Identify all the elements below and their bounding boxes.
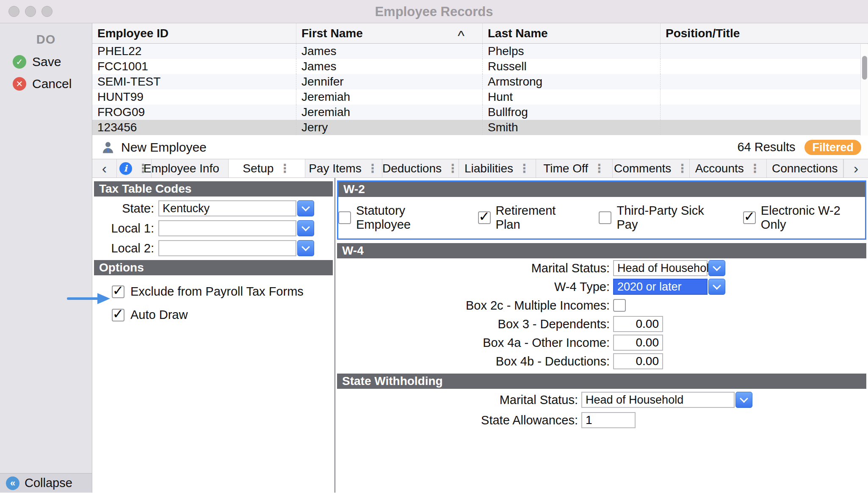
cell-first-name: James <box>296 59 483 74</box>
state-allowances-input[interactable] <box>581 412 636 428</box>
tab-connections[interactable]: Connections <box>767 159 844 177</box>
column-header-position-title[interactable]: Position/Title <box>661 23 868 43</box>
tab-menu-kebab-icon[interactable]: ⋮ <box>749 161 761 175</box>
table-row[interactable]: PHEL22JamesPhelps <box>92 44 868 59</box>
column-header-last-name[interactable]: Last Name <box>483 23 661 43</box>
table-row[interactable]: SEMI-TESTJenniferArmstrong <box>92 74 868 89</box>
table-scrollbar[interactable] <box>860 44 868 136</box>
state-dropdown-value[interactable]: Kentucky <box>158 200 296 216</box>
dropdown-chevron-icon[interactable] <box>708 260 725 276</box>
w4-marital-status-dropdown[interactable]: Head of Household <box>613 260 725 276</box>
cell-employee-id: 123456 <box>92 120 296 135</box>
tabs-scroll-left-button[interactable]: ‹ <box>92 159 117 177</box>
w4-type-dropdown[interactable]: 2020 or later <box>613 279 725 295</box>
main-panel: Employee ID First Name ^ Last Name Posit… <box>92 23 868 493</box>
checkmark-icon: ✓ <box>113 282 124 298</box>
box4a-row: Box 4a - Other Income: <box>335 334 868 352</box>
tab-employee-info[interactable]: Employee Info⋮ <box>152 159 229 177</box>
w4-header: W-4 <box>337 243 866 258</box>
w4-type-value[interactable]: 2020 or later <box>613 279 708 295</box>
state-allowances-label: State Allowances: <box>335 413 578 427</box>
checkbox[interactable]: ✓ <box>599 211 611 224</box>
tabs-scroll-right-button[interactable]: › <box>843 159 868 177</box>
checkbox[interactable]: ✓ <box>338 211 351 224</box>
w4-type-label: W-4 Type: <box>335 280 610 294</box>
scrollbar-thumb[interactable] <box>862 56 867 80</box>
sort-ascending-icon[interactable]: ^ <box>458 28 464 43</box>
tab-menu-kebab-icon[interactable]: ⋮ <box>518 161 530 175</box>
collapse-button[interactable]: « Collapse <box>0 473 92 493</box>
save-button[interactable]: ✓ Save <box>0 51 92 73</box>
option-checkbox-exclude-from-payroll-tax-forms[interactable]: ✓Exclude from Payroll Tax Forms <box>112 285 334 299</box>
option-checkbox-auto-draw[interactable]: ✓Auto Draw <box>112 308 334 322</box>
tab-pay-items[interactable]: Pay Items⋮ <box>305 159 382 177</box>
tab-label: Setup <box>243 162 274 175</box>
tab-deductions[interactable]: Deductions⋮ <box>382 159 459 177</box>
state-row: State: Kentucky <box>92 200 334 216</box>
tab-time-off[interactable]: Time Off⋮ <box>536 159 613 177</box>
local2-row: Local 2: <box>92 240 334 256</box>
cell-position-title <box>661 105 868 120</box>
table-row[interactable]: FCC1001JamesRussell <box>92 59 868 74</box>
dropdown-chevron-icon[interactable] <box>735 392 752 408</box>
tab-setup[interactable]: Setup⋮ <box>229 159 306 177</box>
box2c-checkbox[interactable]: ✓ <box>613 299 626 312</box>
dropdown-chevron-icon[interactable] <box>297 200 314 216</box>
tax-table-codes-header: Tax Table Codes <box>94 181 333 197</box>
dropdown-chevron-icon[interactable] <box>297 240 314 256</box>
tab-menu-kebab-icon[interactable]: ⋮ <box>593 161 605 175</box>
tab-label: Pay Items <box>309 162 361 175</box>
checkbox-label: Electronic W-2 Only <box>761 204 865 232</box>
dropdown-chevron-icon[interactable] <box>708 279 725 295</box>
box3-dependents-input[interactable] <box>613 316 663 332</box>
checkbox[interactable]: ✓ <box>478 211 491 224</box>
checkbox-label: Retirement Plan <box>496 204 581 232</box>
tab-menu-kebab-icon[interactable]: ⋮ <box>279 161 290 175</box>
box3-row: Box 3 - Dependents: <box>335 315 868 333</box>
checkbox[interactable]: ✓ <box>743 211 756 224</box>
checkbox[interactable]: ✓ <box>112 309 124 321</box>
local1-dropdown-value[interactable] <box>158 220 296 236</box>
state-label: State: <box>92 202 158 216</box>
state-dropdown[interactable]: Kentucky <box>158 200 314 216</box>
w4-marital-status-row: Marital Status: Head of Household <box>335 259 868 277</box>
table-row[interactable]: 123456JerrySmith <box>92 120 868 135</box>
tab-menu-kebab-icon[interactable]: ⋮ <box>676 161 688 175</box>
table-row[interactable]: HUNT99JeremiahHunt <box>92 89 868 105</box>
collapse-label: Collapse <box>25 476 72 490</box>
box4a-other-income-input[interactable] <box>613 335 663 351</box>
tab-comments[interactable]: Comments⋮ <box>613 159 690 177</box>
cancel-button[interactable]: ✕ Cancel <box>0 73 92 95</box>
dropdown-chevron-icon[interactable] <box>297 220 314 236</box>
tab-menu-kebab-icon[interactable]: ⋮ <box>367 161 379 175</box>
local2-dropdown[interactable] <box>158 240 314 256</box>
w2-checkbox-row: ✓Statutory Employee✓Retirement Plan✓Thir… <box>338 197 865 238</box>
column-header-employee-id[interactable]: Employee ID <box>92 23 296 43</box>
local1-row: Local 1: <box>92 220 334 236</box>
w2-checkbox-third-party-sick-pay[interactable]: ✓Third-Party Sick Pay <box>599 204 724 232</box>
window-title: Employee Records <box>0 0 868 23</box>
w2-section-highlighted: W-2 ✓Statutory Employee✓Retirement Plan✓… <box>337 180 866 240</box>
column-label: Position/Title <box>666 27 740 40</box>
table-row[interactable]: FROG09JeremiahBullfrog <box>92 105 868 120</box>
w4-marital-status-value[interactable]: Head of Household <box>613 260 708 276</box>
w2-checkbox-retirement-plan[interactable]: ✓Retirement Plan <box>478 204 581 232</box>
checkbox[interactable]: ✓ <box>112 285 124 298</box>
sw-marital-status-value[interactable]: Head of Household <box>581 392 735 408</box>
column-header-first-name[interactable]: First Name ^ <box>296 23 483 43</box>
cell-employee-id: PHEL22 <box>92 44 296 59</box>
local2-dropdown-value[interactable] <box>158 240 296 256</box>
w2-checkbox-electronic-w-2-only[interactable]: ✓Electronic W-2 Only <box>743 204 865 232</box>
local1-label: Local 1: <box>92 222 158 235</box>
tab-menu-kebab-icon[interactable]: ⋮ <box>447 161 459 175</box>
column-label: Last Name <box>488 27 548 40</box>
box2c-label: Box 2c - Multiple Incomes: <box>335 299 610 313</box>
filtered-badge[interactable]: Filtered <box>804 140 861 155</box>
tab-liabilities[interactable]: Liabilities⋮ <box>459 159 536 177</box>
tab-label: Comments <box>614 162 671 175</box>
box4b-deductions-input[interactable] <box>613 353 663 369</box>
sw-marital-status-dropdown[interactable]: Head of Household <box>581 392 752 408</box>
local1-dropdown[interactable] <box>158 220 314 236</box>
tab-accounts[interactable]: Accounts⋮ <box>690 159 767 177</box>
w2-checkbox-statutory-employee[interactable]: ✓Statutory Employee <box>338 204 459 232</box>
